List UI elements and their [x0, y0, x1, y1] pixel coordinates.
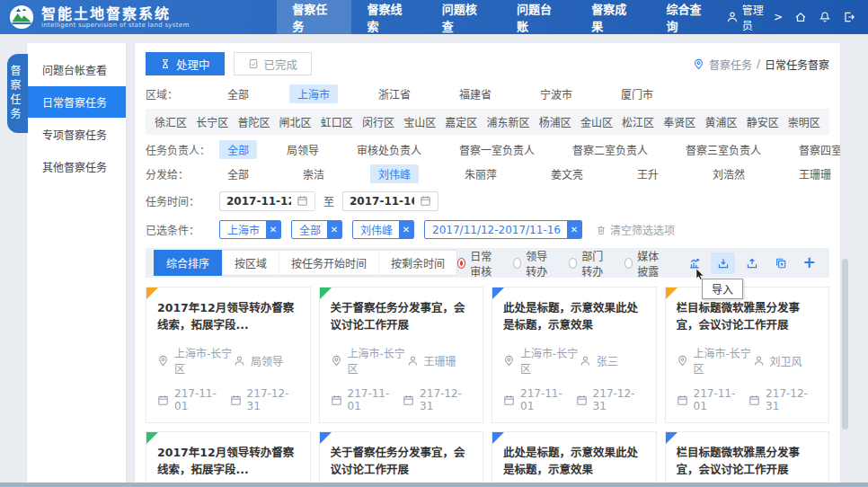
district-option[interactable]: 静安区 — [747, 114, 779, 129]
district-option[interactable]: 闸北区 — [279, 114, 312, 129]
region-option[interactable]: 宁波市 — [532, 84, 580, 103]
home-icon[interactable] — [794, 11, 807, 23]
sort-comprehensive[interactable]: 综合排序 — [154, 250, 223, 276]
user-menu[interactable]: 管理员 > — [726, 2, 783, 32]
region-option[interactable]: 浙江省 — [370, 84, 419, 103]
task-card[interactable]: 此处是标题，示意效果此处是标题，示意效果 上海市-长宁区 张三 217-11-0… — [492, 431, 657, 487]
sidebar-item-ledger-view[interactable]: 问题台帐查看 — [27, 54, 126, 85]
tab-processing[interactable]: 处理中 — [146, 52, 225, 75]
region-option[interactable]: 全部 — [219, 84, 257, 103]
nav-item-problem-ledger[interactable]: 问题台账 — [501, 0, 576, 34]
district-option[interactable]: 浦东新区 — [487, 114, 530, 129]
clear-filters-button[interactable]: 清空筛选选项 — [596, 222, 675, 237]
district-option[interactable]: 奉贤区 — [663, 114, 695, 129]
district-option[interactable]: 金山区 — [580, 114, 613, 129]
nav-item-problem-check[interactable]: 问题核查 — [427, 0, 501, 34]
calendar-icon[interactable] — [420, 195, 431, 207]
district-option[interactable]: 普陀区 — [237, 114, 270, 129]
filter-row-region: 区域： 全部 上海市 浙江省 福建省 宁波市 厦门市 — [146, 82, 829, 106]
bell-icon[interactable] — [819, 11, 831, 23]
district-option[interactable]: 崇明区 — [788, 114, 820, 129]
chip-close-icon[interactable]: ✕ — [399, 220, 413, 239]
leader-option[interactable]: 审核处负责人 — [349, 140, 430, 159]
district-option[interactable]: 杨浦区 — [539, 114, 571, 129]
card-location: 上海市-长宁区 — [174, 345, 234, 376]
date-to-field[interactable] — [342, 191, 438, 211]
distributee-option[interactable]: 崇洁 — [295, 164, 332, 183]
district-option[interactable]: 黄浦区 — [704, 114, 737, 129]
distributee-option[interactable]: 朱丽萍 — [456, 164, 505, 183]
export-button[interactable] — [740, 252, 764, 274]
chip-close-icon[interactable]: ✕ — [266, 220, 280, 239]
leader-label: 任务负责人： — [146, 142, 219, 157]
trash-icon — [596, 225, 607, 235]
sidebar-item-other-tasks[interactable]: 其他督察任务 — [27, 151, 126, 182]
clear-filters-label: 清空筛选选项 — [610, 222, 675, 237]
leader-option[interactable]: 督察二室负责人 — [564, 140, 656, 159]
breadcrumb-root[interactable]: 督察任务 — [709, 57, 752, 72]
leader-option[interactable]: 督察四室负责人 — [791, 140, 840, 159]
nav-item-comprehensive-query[interactable]: 综合查询 — [651, 0, 725, 34]
district-option[interactable]: 虹口区 — [321, 114, 353, 129]
region-option[interactable]: 厦门市 — [613, 84, 661, 103]
nav-item-supervision-results[interactable]: 督察成果 — [576, 0, 651, 34]
task-card[interactable]: 此处是标题，示意效果此处是标题，示意效果 上海市-长宁区 张三 217-11-0… — [492, 287, 657, 423]
distributee-option-selected[interactable]: 刘伟峰 — [370, 164, 419, 183]
distributee-option[interactable]: 王升 — [629, 164, 667, 183]
region-option-selected[interactable]: 上海市 — [289, 84, 338, 103]
sort-by-region[interactable]: 按区域 — [223, 251, 279, 275]
sort-by-start-time[interactable]: 按任务开始时间 — [279, 251, 379, 275]
task-card[interactable]: 栏目标题微软雅黑分发事宜，会议讨论工作开展 上海市-长宁区 刘卫风 217-11… — [665, 431, 830, 487]
nav-item-supervision-tasks[interactable]: 督察任务 — [277, 0, 351, 34]
filter-row-time: 任务时间： 至 — [146, 189, 829, 213]
task-card[interactable]: 关于督察任务分发事宜，会议讨论工作开展 上海市-长宁区 王珊珊 217-11-0… — [319, 431, 484, 487]
district-option[interactable]: 松江区 — [622, 114, 654, 129]
district-option[interactable]: 闵行区 — [362, 114, 394, 129]
sort-by-remaining-time[interactable]: 按剩余时间 — [379, 251, 456, 275]
sidebar-vertical-tab[interactable]: 督察任务 — [7, 54, 28, 133]
radio-daily-review[interactable]: 日常审核 — [457, 248, 501, 279]
task-card[interactable]: 栏目标题微软雅黑分发事宜，会议讨论工作开展 上海市-长宁区 刘卫风 217-11… — [665, 287, 830, 423]
calendar-icon — [331, 394, 342, 406]
district-option[interactable]: 宝山区 — [403, 114, 436, 129]
copy-icon — [775, 257, 787, 270]
distributee-option[interactable]: 全部 — [219, 164, 257, 183]
calendar-icon[interactable] — [297, 195, 308, 207]
leader-option[interactable]: 局领导 — [279, 140, 327, 159]
filter-row-districts: 徐汇区 长宁区 普陀区 闸北区 虹口区 闵行区 宝山区 嘉定区 浦东新区 杨浦区… — [146, 109, 829, 135]
leader-option[interactable]: 督察一室负责人 — [451, 140, 543, 159]
date-from-input[interactable] — [226, 195, 291, 208]
leader-option-selected[interactable]: 全部 — [219, 140, 257, 159]
distributee-option[interactable]: 王珊珊 — [791, 164, 839, 183]
task-card-grid: 2017年12月领导转办督察线索，拓展字段... 上海市-长宁区 局领导 217… — [146, 287, 829, 487]
chip-close-icon[interactable]: ✕ — [567, 220, 581, 239]
radio-media-disclosure[interactable]: 媒体披露 — [624, 248, 669, 279]
task-card[interactable]: 关于督察任务分发事宜，会议讨论工作开展 上海市-长宁区 王珊珊 217-11-0… — [319, 287, 484, 423]
logout-icon[interactable] — [843, 11, 855, 23]
region-option[interactable]: 福建省 — [451, 84, 500, 103]
distributee-option[interactable]: 刘浩然 — [704, 164, 753, 183]
import-button[interactable]: 导入 — [711, 252, 735, 274]
card-action-bar — [331, 422, 473, 423]
task-card[interactable]: 2017年12月领导转办督察线索，拓展字段... 上海市-长宁区 局领导 217… — [146, 287, 311, 423]
vertical-scrollbar[interactable] — [842, 259, 848, 429]
radio-leader-transfer[interactable]: 领导转办 — [513, 248, 557, 279]
task-card[interactable]: 2017年12月领导转办督察线索，拓展字段... 上海市-长宁区 局领导 217… — [146, 431, 311, 487]
date-from-field[interactable] — [219, 191, 315, 211]
sidebar-item-special-tasks[interactable]: 专项督察任务 — [27, 119, 126, 150]
leader-option[interactable]: 督察三室负责人 — [678, 140, 769, 159]
district-option[interactable]: 长宁区 — [196, 114, 228, 129]
chip-close-icon[interactable]: ✕ — [327, 220, 341, 239]
copy-button[interactable] — [768, 252, 793, 274]
calendar-icon — [503, 394, 515, 406]
distributee-option[interactable]: 姜文亮 — [543, 164, 591, 183]
date-to-input[interactable] — [350, 195, 414, 208]
tab-completed[interactable]: 已完成 — [234, 52, 313, 75]
sidebar-item-daily-tasks[interactable]: 日常督察任务 — [27, 86, 126, 118]
add-button[interactable]: + — [797, 252, 821, 274]
card-corner-flag — [492, 288, 504, 299]
radio-department-transfer[interactable]: 部门转办 — [569, 248, 613, 279]
nav-item-supervision-clues[interactable]: 督察线索 — [351, 0, 426, 34]
district-option[interactable]: 徐汇区 — [155, 114, 187, 129]
district-option[interactable]: 嘉定区 — [445, 114, 477, 129]
